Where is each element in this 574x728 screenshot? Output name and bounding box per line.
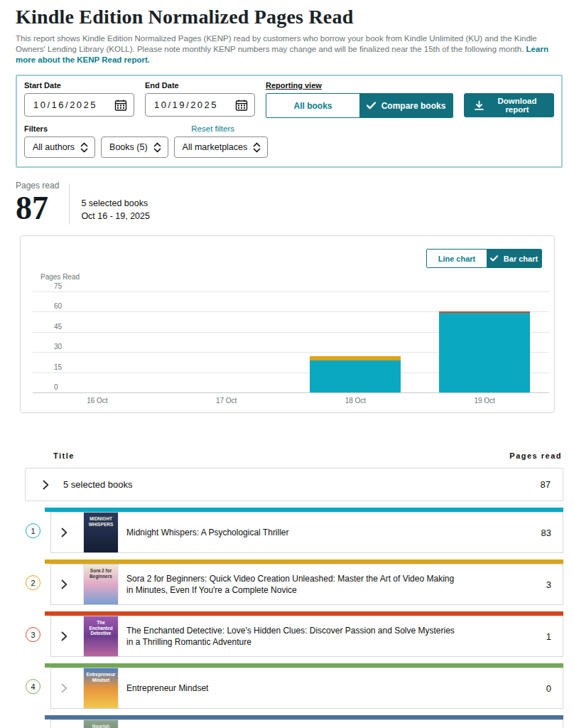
book-cover-thumbnail: The Enchanted Detective (84, 616, 118, 656)
book-pages-read: 3 (546, 579, 551, 590)
book-row: 3 The Enchanted Detective The Enchanted … (45, 611, 563, 657)
column-header-title: Title (53, 451, 75, 460)
chevron-right-icon[interactable] (43, 480, 49, 490)
bar-stack (439, 311, 530, 392)
x-tick-label: 18 Oct (345, 397, 366, 405)
book-title: The Enchanted Detective: Love's Hidden C… (126, 625, 460, 648)
row-number-badge: 2 (26, 575, 40, 590)
y-tick-label: 30 (54, 343, 62, 350)
pages-read-label: Pages read (16, 181, 59, 191)
reporting-view-group: Reporting view All books Compare books (266, 80, 453, 118)
book-row-card[interactable]: Nourish Flourish Nourish & Flourish: The… (50, 719, 563, 728)
bar-segment[interactable] (439, 313, 530, 392)
bar-stack (310, 356, 401, 392)
summary-row-value: 87 (541, 479, 551, 490)
book-row-card[interactable]: The Enchanted Detective The Enchanted De… (50, 616, 563, 657)
reset-filters-link[interactable]: Reset filters (191, 124, 234, 133)
start-date-label: Start Date (24, 81, 134, 90)
books-dropdown[interactable]: Books (5) (101, 136, 168, 158)
end-date-group: End Date 10/19/2025 (145, 80, 255, 117)
start-date-group: Start Date 10/16/2025 (24, 80, 134, 117)
end-date-input[interactable]: 10/19/2025 (145, 93, 255, 117)
download-report-button[interactable]: Download report (464, 93, 554, 117)
end-date-label: End Date (145, 81, 255, 90)
book-title: Midnight Whispers: A Psychological Thril… (126, 527, 289, 538)
calendar-icon[interactable] (235, 99, 248, 112)
bar-chart-plot: 7560453015016 Oct17 Oct18 Oct19 Oct (33, 291, 549, 392)
chevron-right-icon[interactable] (61, 579, 67, 589)
y-tick-label: 60 (54, 302, 62, 310)
book-row: 5 Nourish Flourish Nourish & Flourish: T… (45, 715, 563, 728)
pages-read-summary: Pages read 87 5 selected books Oct 16 - … (16, 181, 563, 225)
books-table: Title Pages read 5 selected books 87 1 M… (25, 451, 563, 728)
y-tick-label: 75 (54, 282, 62, 290)
summary-table-row[interactable]: 5 selected books 87 (25, 468, 563, 501)
summary-divider (69, 183, 70, 225)
chart-y-axis-label: Pages Read (40, 273, 80, 281)
page-title: Kindle Edition Normalized Pages Read (16, 6, 563, 28)
y-tick-label: 15 (54, 363, 62, 371)
authors-dropdown[interactable]: All authors (24, 136, 95, 158)
reporting-view-toggle: All books Compare books (266, 93, 453, 118)
x-tick-label: 16 Oct (87, 397, 107, 405)
book-row: 1 MIDNIGHT WHISPERS Midnight Whispers: A… (45, 508, 563, 553)
book-row: 4 Entrepreneur Mindset Entrepreneur Mind… (45, 663, 563, 709)
book-row-card[interactable]: Entrepreneur Mindset Entrepreneur Mindse… (50, 668, 563, 709)
y-tick-label: 45 (54, 323, 62, 331)
book-cover-thumbnail: Sora 2 for Beginners (84, 564, 118, 604)
bar-segment[interactable] (310, 360, 401, 392)
download-icon (474, 100, 484, 111)
filter-panel: Start Date 10/16/2025 End Date 10/19/202… (16, 75, 563, 168)
unfold-icon (153, 142, 161, 153)
x-tick-label: 19 Oct (474, 397, 494, 405)
chart-card: Line chart Bar chart Pages Read 75604530… (20, 235, 555, 413)
chevron-right-icon[interactable] (61, 683, 67, 693)
book-pages-read: 0 (546, 683, 551, 694)
all-books-toggle[interactable]: All books (266, 94, 359, 117)
row-number-badge: 1 (26, 523, 40, 538)
row-number-badge: 3 (26, 627, 40, 642)
page-description: This report shows Kindle Edition Normali… (16, 33, 561, 65)
book-title: Entrepreneur Mindset (126, 682, 208, 694)
book-cover-thumbnail: Entrepreneur Mindset (84, 668, 118, 708)
book-cover-thumbnail: Nourish Flourish (84, 720, 118, 728)
check-icon (490, 255, 498, 262)
gridline (33, 392, 549, 393)
selected-books-count: 5 selected books (81, 197, 150, 210)
reporting-view-label: Reporting view (266, 81, 453, 90)
date-range: Oct 16 - 19, 2025 (81, 210, 150, 223)
row-number-badge: 4 (26, 679, 40, 694)
unfold-icon (80, 142, 88, 153)
y-tick-label: 0 (54, 383, 58, 391)
book-pages-read: 83 (541, 528, 551, 538)
start-date-input[interactable]: 10/16/2025 (24, 93, 134, 117)
book-pages-read: 1 (546, 631, 551, 642)
book-row-card[interactable]: Sora 2 for Beginners Sora 2 for Beginner… (50, 564, 563, 605)
pages-read-total: 87 (16, 192, 59, 225)
book-row-card[interactable]: MIDNIGHT WHISPERS Midnight Whispers: A P… (50, 512, 563, 553)
unfold-icon (253, 142, 261, 153)
chevron-right-icon[interactable] (61, 528, 67, 537)
summary-row-label: 5 selected books (63, 479, 133, 490)
gridline (33, 291, 549, 292)
compare-books-toggle[interactable]: Compare books (359, 94, 453, 117)
chevron-right-icon[interactable] (61, 631, 67, 641)
marketplaces-dropdown[interactable]: All marketplaces (174, 136, 269, 158)
chart-type-toggle: Line chart Bar chart (426, 249, 542, 268)
bar-chart-toggle[interactable]: Bar chart (487, 250, 541, 267)
column-header-pages-read: Pages read (509, 451, 562, 460)
line-chart-toggle[interactable]: Line chart (427, 250, 487, 267)
book-cover-thumbnail: MIDNIGHT WHISPERS (84, 513, 118, 552)
x-tick-label: 17 Oct (216, 397, 237, 405)
check-icon (367, 102, 376, 109)
book-row: 2 Sora 2 for Beginners Sora 2 for Beginn… (45, 560, 563, 605)
book-title: Sora 2 for Beginners: Quick Video Creati… (126, 573, 460, 596)
filters-label: Filters (24, 124, 48, 133)
calendar-icon[interactable] (114, 99, 127, 112)
